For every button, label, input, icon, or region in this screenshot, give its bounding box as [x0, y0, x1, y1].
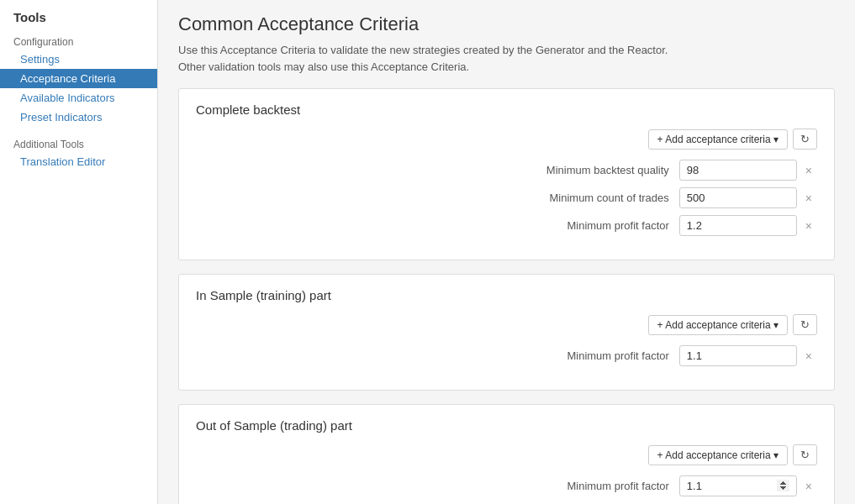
criteria-remove-profit-factor-2[interactable]: ×	[800, 349, 817, 363]
criteria-label-profit-factor-2: Minimum profit factor	[461, 349, 679, 362]
sidebar-item-acceptance-criteria[interactable]: Acceptance Criteria	[0, 69, 157, 88]
criteria-input-profit-factor-1[interactable]	[679, 215, 797, 236]
criteria-label-profit-factor-1: Minimum profit factor	[461, 219, 679, 232]
section-in-sample-toolbar: + Add acceptance criteria ▾ ↻	[196, 314, 817, 335]
sidebar-item-translation-editor[interactable]: Translation Editor	[0, 152, 157, 171]
section-in-sample: In Sample (training) part + Add acceptan…	[178, 274, 835, 391]
sidebar: Tools Configuration Settings Acceptance …	[0, 0, 158, 504]
sidebar-item-settings[interactable]: Settings	[0, 50, 157, 69]
criteria-row-profit-factor-2: Minimum profit factor ×	[196, 345, 817, 366]
page-description-line2: Other validation tools may also use this…	[178, 60, 469, 73]
page-title: Common Acceptance Criteria	[178, 13, 835, 35]
sidebar-configuration-label: Configuration	[0, 31, 157, 50]
criteria-input-backtest-quality[interactable]	[679, 160, 797, 181]
page-description-line1: Use this Acceptance Criteria to validate…	[178, 44, 668, 56]
section-out-of-sample: Out of Sample (trading) part + Add accep…	[178, 404, 835, 504]
criteria-remove-backtest-quality[interactable]: ×	[800, 164, 817, 177]
section-complete-backtest-toolbar: + Add acceptance criteria ▾ ↻	[196, 129, 817, 150]
criteria-label-profit-factor-3: Minimum profit factor	[461, 480, 679, 492]
page-description: Use this Acceptance Criteria to validate…	[178, 42, 835, 75]
criteria-remove-min-trades[interactable]: ×	[800, 192, 817, 205]
add-criteria-button-in-sample[interactable]: + Add acceptance criteria ▾	[648, 315, 788, 335]
criteria-remove-profit-factor-3[interactable]: ×	[800, 480, 817, 493]
refresh-button-in-sample[interactable]: ↻	[793, 314, 817, 335]
sidebar-item-available-indicators[interactable]: Available Indicators	[0, 88, 157, 108]
criteria-row-min-trades: Minimum count of trades ×	[196, 187, 817, 208]
criteria-row-profit-factor-1: Minimum profit factor ×	[196, 215, 817, 236]
refresh-icon-out-of-sample: ↻	[800, 449, 810, 461]
criteria-input-min-trades[interactable]	[679, 187, 797, 208]
sidebar-additional-tools-label: Additional Tools	[0, 134, 157, 152]
main-content: Common Acceptance Criteria Use this Acce…	[158, 0, 855, 504]
refresh-icon-complete-backtest: ↻	[800, 133, 810, 145]
refresh-icon-in-sample: ↻	[800, 318, 810, 331]
criteria-input-profit-factor-3[interactable]	[679, 475, 797, 496]
section-out-of-sample-title: Out of Sample (trading) part	[196, 418, 817, 433]
section-out-of-sample-toolbar: + Add acceptance criteria ▾ ↻	[196, 444, 817, 465]
criteria-remove-profit-factor-1[interactable]: ×	[800, 219, 817, 233]
add-criteria-button-out-of-sample[interactable]: + Add acceptance criteria ▾	[648, 445, 788, 465]
criteria-row-profit-factor-3: Minimum profit factor ×	[196, 475, 817, 496]
sidebar-title: Tools	[0, 10, 157, 31]
section-in-sample-title: In Sample (training) part	[196, 288, 817, 302]
criteria-row-backtest-quality: Minimum backtest quality ×	[196, 160, 817, 181]
criteria-input-profit-factor-2[interactable]	[679, 345, 797, 366]
criteria-label-min-trades: Minimum count of trades	[461, 192, 679, 204]
sidebar-item-preset-indicators[interactable]: Preset Indicators	[0, 108, 157, 127]
section-complete-backtest: Complete backtest + Add acceptance crite…	[178, 88, 835, 260]
section-complete-backtest-title: Complete backtest	[196, 102, 817, 117]
add-criteria-button-complete-backtest[interactable]: + Add acceptance criteria ▾	[648, 129, 788, 150]
refresh-button-out-of-sample[interactable]: ↻	[793, 444, 817, 465]
refresh-button-complete-backtest[interactable]: ↻	[793, 129, 817, 150]
criteria-label-backtest-quality: Minimum backtest quality	[461, 164, 679, 176]
